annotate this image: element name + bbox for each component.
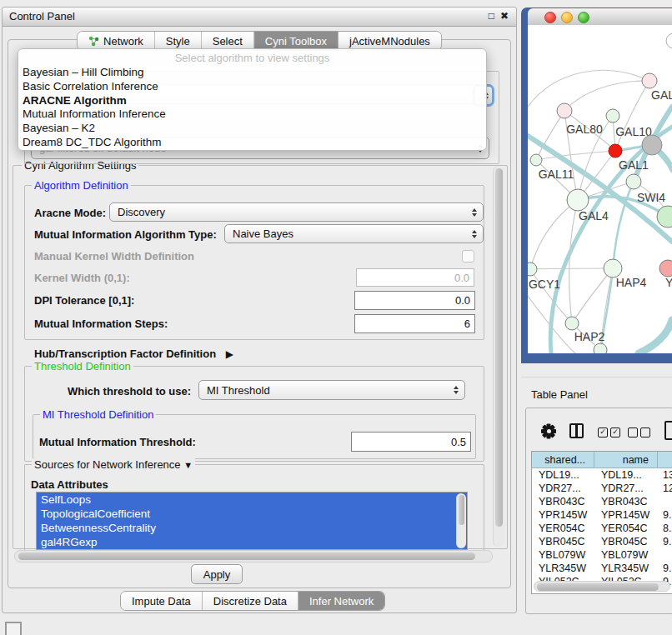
network-node[interactable]: [557, 103, 572, 118]
table-hscrollbar-thumb[interactable]: [537, 583, 659, 591]
columns-icon[interactable]: [569, 423, 584, 438]
algorithm-option[interactable]: Mutual Information Inference: [18, 108, 486, 122]
network-canvas[interactable]: GALGAL80GAL10GAL1SWI4GAL11GAL4GCY1HAP4YH…: [528, 25, 672, 353]
table-row[interactable]: YDR27...YDR27...12: [532, 482, 672, 495]
algorithm-option[interactable]: Basic Correlation Inference: [18, 80, 486, 94]
minimize-traffic-light-icon[interactable]: [561, 12, 573, 23]
tab-style[interactable]: Style: [155, 32, 202, 50]
column-header[interactable]: A: [658, 452, 672, 468]
table-cell: YDL19...: [594, 469, 658, 481]
settings-hscrollbar[interactable]: [14, 550, 493, 562]
table-row[interactable]: YDL19...YDL19...13: [532, 468, 672, 482]
close-icon[interactable]: ✖: [500, 10, 509, 22]
network-node[interactable]: [626, 174, 641, 189]
control-panel-titlebar: Control Panel □ ✖: [3, 8, 516, 27]
algorithm-option[interactable]: Bayesian – K2: [18, 122, 486, 136]
float-window-icon[interactable]: □: [489, 10, 494, 22]
network-node[interactable]: [594, 343, 607, 353]
network-node[interactable]: [567, 189, 589, 211]
table-row[interactable]: YPR145WYPR145W9.: [532, 508, 672, 522]
zoom-traffic-light-icon[interactable]: [578, 12, 589, 23]
attribute-item-selected[interactable]: TopologicalCoefficient: [37, 507, 467, 521]
network-edge: [528, 70, 649, 107]
network-window-titlebar[interactable]: [528, 8, 672, 26]
tab-discretize-data[interactable]: Discretize Data: [203, 592, 298, 610]
settings-scrollbar-thumb[interactable]: [495, 168, 503, 527]
mi-steps-label: Mutual Information Steps:: [34, 318, 168, 330]
table-cell: YDR27...: [594, 482, 658, 494]
algorithm-option[interactable]: Bayesian – Hill Climbing: [18, 66, 486, 80]
column-header[interactable]: name: [594, 452, 658, 468]
settings-scrollbar[interactable]: [493, 166, 504, 547]
attribute-item-selected[interactable]: gal4RGexp: [37, 535, 467, 549]
bottom-tabbar: Impute DataDiscretize DataInfer Network: [120, 591, 385, 611]
tab-impute-data[interactable]: Impute Data: [121, 592, 203, 610]
attribute-item-selected[interactable]: BetweennessCentrality: [37, 521, 467, 535]
mi-threshold-field[interactable]: [351, 432, 471, 452]
table-cell: YLR345W: [594, 562, 658, 574]
network-node[interactable]: [659, 260, 672, 277]
minimized-panel-icon[interactable]: [5, 622, 22, 635]
which-threshold-value: MI Threshold: [207, 384, 270, 397]
node-label: GAL1: [619, 158, 649, 172]
table-row[interactable]: YLR345WYLR345W9.: [532, 562, 672, 575]
mi-threshold-group-title: MI Threshold Definition: [40, 408, 156, 421]
network-window[interactable]: GALGAL80GAL10GAL1SWI4GAL11GAL4GCY1HAP4YH…: [521, 8, 672, 363]
document-icon[interactable]: [664, 421, 672, 440]
tab-label: Network: [103, 35, 143, 48]
tab-label: jActiveMNodules: [349, 35, 430, 48]
tab-network[interactable]: Network: [78, 32, 155, 50]
hub-definition-toggle[interactable]: Hub/Transcription Factor Definition ▶: [34, 348, 233, 360]
network-node[interactable]: [528, 262, 537, 276]
screen: Control Panel □ ✖ NetworkStyleSelectCyni…: [0, 0, 672, 635]
tab-label: Infer Network: [309, 595, 374, 608]
network-node[interactable]: [609, 144, 622, 158]
manual-kernel-label: Manual Kernel Width Definition: [34, 250, 194, 262]
network-node[interactable]: [530, 154, 542, 166]
attributes-scrollbar-thumb[interactable]: [459, 495, 464, 525]
which-threshold-combo[interactable]: MI Threshold: [198, 380, 465, 400]
mi-type-combo[interactable]: Naive Bayes: [224, 224, 484, 243]
table-hscrollbar[interactable]: [534, 581, 670, 592]
sources-group-toggle[interactable]: Sources for Network Inference ▼: [32, 458, 195, 471]
algorithm-option[interactable]: Dream8 DC_TDC Algorithm: [18, 136, 486, 150]
which-threshold-label: Which threshold to use:: [68, 385, 191, 398]
table-row[interactable]: YER054CYER054C8.: [532, 522, 672, 535]
gear-icon[interactable]: [541, 423, 556, 438]
table-row[interactable]: YBL079WYBL079W: [532, 548, 672, 562]
table-cell: 9.: [658, 562, 672, 574]
mi-steps-field[interactable]: [354, 314, 475, 333]
network-node[interactable]: [606, 109, 619, 122]
table-cell: YER054C: [532, 522, 594, 534]
network-node[interactable]: [642, 73, 657, 88]
algorithm-option[interactable]: ARACNE Algorithm: [18, 94, 486, 108]
tab-infer-network[interactable]: Infer Network: [298, 592, 384, 610]
tab-cyni-toolbox[interactable]: Cyni Toolbox: [254, 32, 339, 50]
network-node[interactable]: [604, 259, 622, 278]
column-header[interactable]: shared...: [532, 452, 594, 468]
select-all-checkboxes-icon[interactable]: ✓✓: [598, 428, 620, 438]
apply-button[interactable]: Apply: [191, 564, 243, 584]
table-row[interactable]: YBR043CYBR043C: [532, 495, 672, 508]
close-traffic-light-icon[interactable]: [544, 12, 556, 23]
kernel-width-field[interactable]: [356, 268, 474, 287]
network-node[interactable]: [657, 206, 672, 228]
attributes-scrollbar[interactable]: [456, 493, 466, 548]
tab-jactivemnodules[interactable]: jActiveMNodules: [339, 32, 441, 50]
network-node[interactable]: [565, 317, 579, 330]
network-node[interactable]: [642, 135, 662, 155]
aracne-mode-combo[interactable]: Discovery: [109, 202, 484, 222]
data-attributes-list: SelfLoopsTopologicalCoefficientBetweenne…: [36, 492, 468, 550]
tab-label: Discretize Data: [213, 595, 287, 608]
settings-hscrollbar-thumb[interactable]: [18, 552, 475, 560]
manual-kernel-checkbox[interactable]: [462, 250, 474, 262]
tab-label: Select: [213, 35, 243, 48]
network-edge: [569, 200, 578, 323]
network-node[interactable]: [666, 33, 672, 48]
dpi-tolerance-field[interactable]: [354, 291, 475, 310]
attribute-item-selected[interactable]: SelfLoops: [37, 492, 467, 507]
table-row[interactable]: YBR045CYBR045C9.: [532, 535, 672, 548]
deselect-all-checkboxes-icon[interactable]: [628, 428, 650, 438]
tab-select[interactable]: Select: [202, 32, 254, 50]
node-label: GAL4: [579, 209, 609, 222]
